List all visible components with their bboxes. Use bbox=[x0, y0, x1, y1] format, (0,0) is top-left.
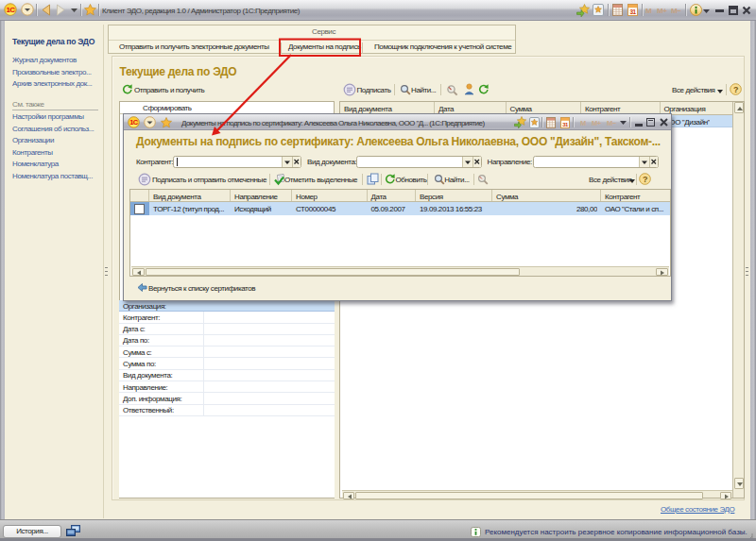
svg-text:1С: 1С bbox=[6, 6, 15, 14]
svg-text:1С: 1С bbox=[129, 118, 139, 127]
svg-text:?: ? bbox=[733, 85, 738, 94]
svg-text:31: 31 bbox=[629, 8, 636, 15]
svg-text:?: ? bbox=[643, 175, 647, 184]
